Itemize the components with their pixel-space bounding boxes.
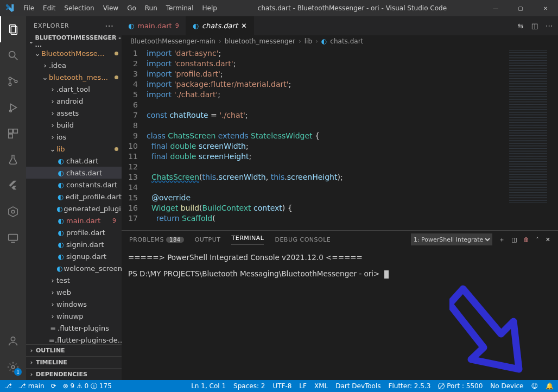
ab-scm-icon[interactable] [0,68,26,94]
menu-help[interactable]: Help [198,0,221,16]
tree-file[interactable]: ◐ chat.dart [26,155,122,167]
project-section[interactable]: ⌄BLUETOOTHMESSENGER - ... [26,35,122,47]
window-title: chats.dart - BluetoothMessenger - ori - … [221,4,483,12]
tree-file[interactable]: ◐ profile.dart [26,226,122,238]
svg-point-16 [11,337,15,341]
code-content[interactable]: import 'dart:async';import 'constants.da… [147,47,505,230]
tree-file[interactable]: ◐ welcome_screen.... [26,262,122,274]
ab-extensions-icon[interactable] [0,121,26,147]
close-panel-icon[interactable]: ✕ [546,236,550,243]
line-number-gutter: 1234567891011121314151617 [122,47,147,230]
panel-tab-debug[interactable]: DEBUG CONSOLE [275,236,331,243]
sb-cursor-pos[interactable]: Ln 1, Col 1 [191,382,226,390]
minimap[interactable] [505,47,558,230]
panel-tab-terminal[interactable]: TERMINAL [231,235,264,244]
sb-flutter[interactable]: Flutter: 2.5.3 [389,382,431,390]
sb-spaces[interactable]: Spaces: 2 [233,382,265,390]
timeline-section[interactable]: ›TIMELINE [26,356,122,368]
tabs-row: ◐ main.dart 9 ◐ chats.dart ✕ ⇆ ◫ ⋯ [122,16,558,35]
ab-settings-icon[interactable]: 1 [0,354,26,380]
svg-point-5 [9,83,11,86]
menu-view[interactable]: View [99,0,123,16]
split-editor-icon[interactable]: ◫ [531,22,538,30]
tab-more-icon[interactable]: ⋯ [546,22,553,30]
tree-folder[interactable]: ›winuwp [26,310,122,322]
kill-terminal-icon[interactable]: 🗑 [523,236,529,243]
sb-port[interactable]: Port : 5500 [438,382,483,390]
tree-folder-root[interactable]: ⌄BluetoothMesse... [26,47,122,59]
tree-folder[interactable]: ›test [26,274,122,286]
sb-xml[interactable]: XML [314,382,328,390]
close-window-button[interactable]: ✕ [533,0,558,16]
tree-file[interactable]: ◐ signup.dart [26,250,122,262]
terminal-select[interactable]: 1: PowerShell Integrated [411,233,492,245]
tree-folder[interactable]: ›windows [26,298,122,310]
sb-device[interactable]: No Device [490,382,523,390]
panel-tabs: PROBLEMS 184 OUTPUT TERMINAL DEBUG CONSO… [122,231,558,248]
tree-file[interactable]: ◐ main.dart 9 [26,214,122,226]
sb-bell-icon[interactable]: 🔔 [546,382,554,390]
terminal-output[interactable]: =====> PowerShell Integrated Console v20… [122,248,558,380]
menu-terminal[interactable]: Terminal [162,0,198,16]
split-terminal-icon[interactable]: ◫ [511,236,517,243]
sb-eol[interactable]: LF [299,382,307,390]
ab-account-icon[interactable] [0,328,26,354]
ab-remote-icon[interactable] [0,225,26,251]
new-terminal-icon[interactable]: ＋ [499,236,505,244]
menu-run[interactable]: Run [141,0,162,16]
svg-line-3 [15,57,18,60]
svg-rect-9 [9,129,12,133]
outline-section[interactable]: ›OUTLINE [26,344,122,356]
sb-dart-devtools[interactable]: Dart DevTools [335,382,381,390]
compare-changes-icon[interactable]: ⇆ [518,22,524,30]
sb-feedback-icon[interactable]: ☺ [531,382,538,390]
tab-main-dart[interactable]: ◐ main.dart 9 [122,16,186,35]
breadcrumb[interactable]: BluetoothMessenger-main› bluetooth_messe… [122,35,558,47]
panel-tab-output[interactable]: OUTPUT [195,236,221,243]
menu-file[interactable]: File [19,0,39,16]
ab-flutter-icon[interactable] [0,173,26,199]
tree-folder-lib[interactable]: ⌄lib [26,143,122,155]
ab-run-icon[interactable] [0,94,26,121]
tree-folder[interactable]: ›ios [26,131,122,143]
sb-sync-icon[interactable]: ⟳ [51,382,56,390]
svg-rect-14 [9,235,18,241]
panel-tab-problems[interactable]: PROBLEMS 184 [129,236,184,243]
tree-file[interactable]: ≡.flutter-plugins-de... [26,334,122,344]
ab-explorer-icon[interactable] [0,16,26,42]
menu-selection[interactable]: Selection [60,0,98,16]
sb-branch[interactable]: ⎇ main [18,382,45,390]
ab-test-icon[interactable] [0,147,26,173]
tree-file[interactable]: ◐ chats.dart [26,167,122,179]
menu-edit[interactable]: Edit [39,0,60,16]
tree-file[interactable]: ◐ generated_plugin... [26,203,122,214]
dependencies-section[interactable]: ›DEPENDENCIES [26,368,122,380]
sb-encoding[interactable]: UTF-8 [272,382,291,390]
svg-point-4 [9,77,11,80]
tree-file[interactable]: ◐ constants.dart [26,179,122,191]
tree-folder[interactable]: ›build [26,119,122,131]
tree-folder[interactable]: ›web [26,286,122,298]
svg-point-6 [15,80,17,83]
sidebar-more-icon[interactable]: ⋯ [105,21,114,31]
tree-file[interactable]: ◐ signin.dart [26,238,122,250]
maximize-button[interactable]: ▢ [508,0,533,16]
minimize-button[interactable]: — [483,0,508,16]
tree-file[interactable]: ◐ edit_profile.dart [26,191,122,203]
sb-remote-icon[interactable]: ⎇ [4,382,12,390]
tree-folder[interactable]: ›assets [26,107,122,119]
tree-folder-src[interactable]: ⌄bluetooth_mes... [26,71,122,83]
dart-file-icon: ◐ [193,22,199,30]
tree-file[interactable]: ≡.flutter-plugins [26,322,122,334]
tab-chats-dart[interactable]: ◐ chats.dart ✕ [186,16,254,35]
tree-folder[interactable]: ›.idea [26,59,122,71]
ab-kubernetes-icon[interactable] [0,199,26,225]
ab-search-icon[interactable] [0,42,26,68]
tree-folder[interactable]: ›.dart_tool [26,83,122,95]
editor-pane[interactable]: 1234567891011121314151617 import 'dart:a… [122,47,558,230]
menu-go[interactable]: Go [123,0,141,16]
tree-folder[interactable]: ›android [26,95,122,107]
maximize-panel-icon[interactable]: ˄ [536,236,539,243]
sb-problems[interactable]: ⊗ 9 ⚠ 0 ⓘ 175 [63,382,112,391]
close-tab-icon[interactable]: ✕ [241,22,247,30]
